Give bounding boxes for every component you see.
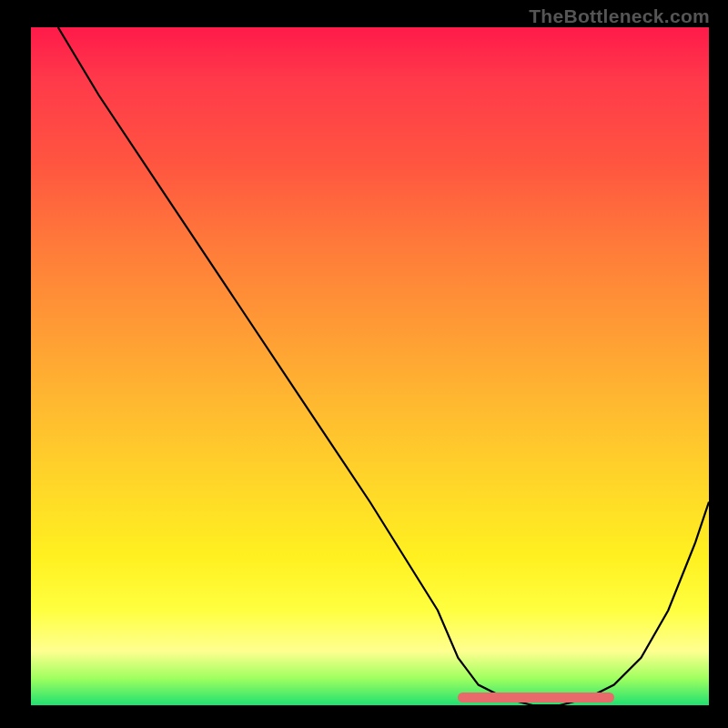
- watermark-label: TheBottleneck.com: [529, 5, 710, 27]
- chart-accent-segment: [458, 693, 613, 703]
- chart-curve: [31, 27, 709, 705]
- chart-plot-area: [31, 27, 709, 705]
